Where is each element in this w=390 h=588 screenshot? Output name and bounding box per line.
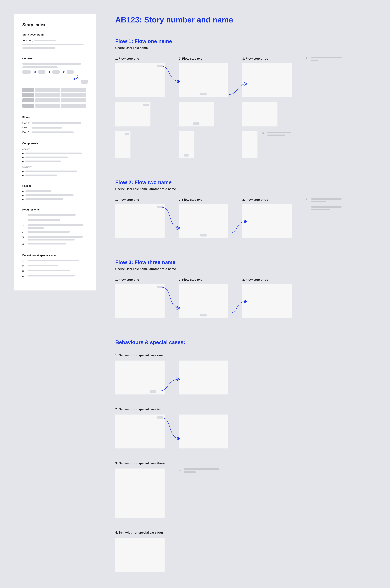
flows-heading: Flows:: [22, 116, 88, 119]
bullet-icon: [22, 175, 24, 176]
skeleton-line: [267, 132, 291, 133]
list-item: [22, 194, 88, 196]
skeleton-line: [28, 265, 58, 266]
wireframe-desktop: [179, 204, 228, 238]
device-col: [115, 102, 165, 127]
table-header-cell: [22, 98, 34, 102]
case-row: [115, 538, 376, 572]
list-item: 4.: [22, 275, 88, 277]
flow-step: 3. Flow step three: [242, 198, 292, 238]
flow-2: Flow 2: Flow two name Users: User role n…: [115, 180, 376, 238]
bullet-icon: [22, 199, 24, 200]
step-label: 1. Flow step one: [115, 278, 165, 281]
case-2: 2. Behaviour or special case two: [115, 407, 376, 449]
list-number: 4.: [22, 231, 26, 234]
frame-indicator: [150, 390, 156, 393]
case-3: 3. Behaviour or special case three 6.: [115, 461, 376, 518]
case-row: [115, 361, 376, 395]
list-number: 3.: [22, 224, 26, 227]
step-label: 3. Flow step three: [242, 198, 292, 202]
skeleton-line: [28, 260, 79, 261]
skeleton-line: [25, 190, 51, 192]
list-number: 6.: [22, 243, 26, 246]
frame-indicator: [193, 122, 199, 125]
skeleton-line: [311, 57, 341, 58]
frame-indicator: [157, 206, 163, 208]
wireframe-tablet: [179, 102, 214, 127]
skeleton-line: [25, 198, 63, 200]
components-heading: Components:: [22, 142, 88, 145]
flow-users: Users: User role name, another role name: [115, 267, 376, 271]
skeleton-line: [28, 227, 44, 229]
arrow-right-icon: [61, 71, 65, 73]
wireframe-tablet: [242, 102, 278, 127]
caption-column: 2.: [306, 57, 346, 65]
bullet-icon: [22, 171, 24, 172]
section-context: Context:: [22, 57, 88, 108]
flow-step: 1. Flow step one: [115, 57, 165, 97]
table-cell: [35, 88, 60, 92]
skeleton-line: [311, 209, 330, 210]
wireframe-desktop: [179, 284, 228, 318]
skeleton-line: [28, 224, 83, 226]
flow-users: Users: User role name: [115, 46, 376, 50]
flow-1: Flow 1: Flow one name Users: User role n…: [115, 38, 376, 158]
wireframe-desktop: [242, 204, 292, 238]
wireframe-desktop: [115, 414, 165, 449]
components-added-label: Added:: [22, 148, 88, 150]
step-label: 3. Flow step three: [242, 57, 292, 60]
skeleton-line: [311, 60, 318, 61]
step-row-desktop: 1. Flow step one 2. Flow step two 3. Flo…: [115, 198, 376, 238]
behaviours-section: Behaviours & special cases: 1. Behaviour…: [115, 339, 376, 572]
list-item: [22, 190, 88, 192]
pages-heading: Pages:: [22, 184, 88, 187]
wireframe-tablet: [115, 102, 150, 127]
components-updated-label: Updated:: [22, 166, 88, 168]
skeleton-line: [28, 231, 70, 233]
wireframe-mobile: [242, 131, 258, 158]
description-heading: Story description:: [22, 33, 88, 36]
list-item: [22, 157, 88, 158]
device-col: [115, 131, 165, 158]
skeleton-line: [28, 236, 83, 238]
section-requirements: Requirements: 1. 2. 3. 4. 5. 6.: [22, 208, 88, 246]
pill: [38, 70, 46, 74]
context-table: [22, 88, 88, 108]
flow-step: 3. Flow step three: [242, 278, 292, 318]
skeleton-line: [32, 122, 81, 124]
section-components: Components: Added: Updated:: [22, 142, 88, 176]
table-header-cell: [22, 93, 34, 97]
list-item: 3.: [22, 270, 88, 272]
caption-number: 6.: [179, 468, 182, 473]
flow-title: Flow 3: Flow three name: [115, 259, 376, 265]
list-number: 1.: [22, 214, 26, 217]
skeleton-line: [22, 44, 84, 45]
skeleton-line: [25, 175, 57, 176]
table-cell: [61, 88, 86, 92]
list-item: 2.: [22, 219, 88, 222]
frame-indicator: [157, 286, 163, 288]
list-item: [22, 198, 88, 200]
table-cell: [61, 93, 86, 97]
pill: [67, 70, 74, 74]
case-row: 6.: [115, 468, 376, 518]
behaviours-title: Behaviours & special cases:: [115, 339, 376, 345]
frame-indicator: [200, 314, 206, 317]
description-lead: As a user,: [22, 39, 33, 42]
list-item: [22, 152, 88, 154]
skeleton-line: [184, 471, 196, 473]
caption-number: 4.: [306, 206, 309, 210]
skeleton-line: [25, 171, 77, 172]
caption-number: 1.: [306, 198, 309, 202]
frame-indicator: [200, 234, 206, 236]
list-number: 2.: [22, 265, 26, 268]
caption-column: 1. 4.: [306, 198, 346, 214]
frame-indicator: [125, 133, 129, 135]
bullet-icon: [22, 157, 24, 158]
list-item: 6.: [22, 243, 88, 246]
table-cell: [35, 104, 60, 108]
pill: [81, 80, 88, 84]
flow-label: Flow 3:: [22, 131, 30, 134]
context-pill-flow: [22, 70, 88, 84]
bullet-icon: [22, 153, 24, 154]
